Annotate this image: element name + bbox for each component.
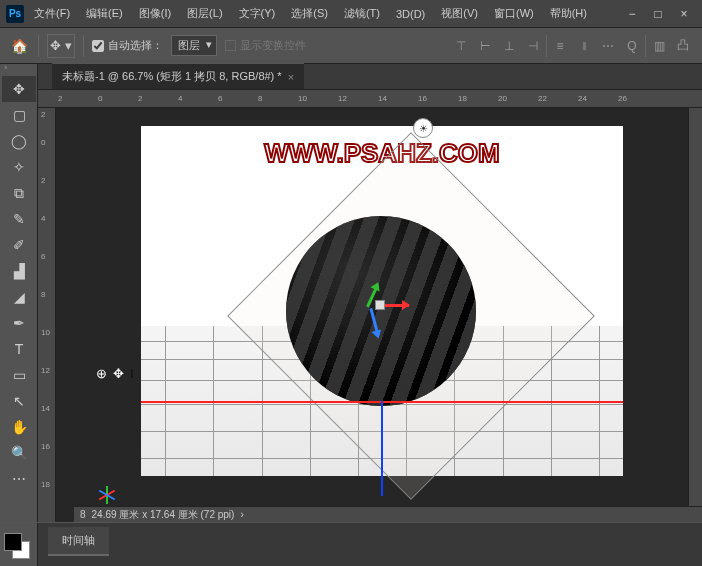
separator [546,35,547,57]
3d-sphere-object[interactable] [286,216,476,406]
document-tab-bar: 未标题-1 @ 66.7% (矩形 1 拷贝 8, RGB/8#) * × [38,64,702,90]
distribute-v-icon[interactable]: ⦀ [573,35,595,57]
distribute-h-icon[interactable]: ≡ [549,35,571,57]
align-vmid-icon[interactable]: ⊢ [474,35,496,57]
status-index: 8 [80,509,86,520]
horizontal-ruler[interactable]: 2 0 2 4 6 8 10 12 14 16 18 20 22 24 26 [38,90,702,108]
vertical-ruler[interactable]: 2 0 2 4 6 8 10 12 14 16 18 [38,108,56,522]
menu-edit[interactable]: 编辑(E) [80,4,129,23]
options-bar: 🏠 ✥ ▾ 自动选择： 图层 显示变换控件 ⊤ ⊢ ⊥ ⊣ ≡ ⦀ ⋯ Q ▥ … [0,28,702,64]
crop-tool[interactable]: ⧉ [2,180,36,206]
align-top-icon[interactable]: ⊤ [450,35,472,57]
brush-tool[interactable]: ✐ [2,232,36,258]
menu-layer[interactable]: 图层(L) [181,4,228,23]
pan-icon[interactable]: ✥ [113,366,124,381]
menu-window[interactable]: 窗口(W) [488,4,540,23]
auto-select-dropdown[interactable]: 图层 [171,35,217,56]
titlebar: Ps 文件(F) 编辑(E) 图像(I) 图层(L) 文字(Y) 选择(S) 滤… [0,0,702,28]
auto-select-checkbox[interactable]: 自动选择： [92,38,163,53]
menu-select[interactable]: 选择(S) [285,4,334,23]
menu-image[interactable]: 图像(I) [133,4,177,23]
window-controls: − □ × [620,4,696,24]
tab-close-icon[interactable]: × [288,71,294,83]
status-dimensions: 24.69 厘米 x 17.64 厘米 (72 ppi) [92,508,235,522]
gradient-tool[interactable]: ◢ [2,284,36,310]
canvas-wrap: 2 0 2 4 6 8 10 12 14 16 18 WWW.PSAHZ.COM [38,108,702,522]
vertical-scrollbar[interactable] [688,108,702,506]
3d-axis-z-line [381,401,383,496]
3d-mode-icon[interactable]: Q [621,35,643,57]
hand-tool[interactable]: ✋ [2,414,36,440]
move-tool-icon[interactable]: ✥ ▾ [47,34,75,58]
foreground-color-swatch[interactable] [4,533,22,551]
move-tool[interactable]: ✥ [2,76,36,102]
align-left-icon[interactable]: ⊣ [522,35,544,57]
document-area: 未标题-1 @ 66.7% (矩形 1 拷贝 8, RGB/8#) * × 2 … [38,64,702,522]
menu-help[interactable]: 帮助(H) [544,4,593,23]
orbit-icon[interactable]: ⊕ [96,366,107,381]
magic-wand-tool[interactable]: ✧ [2,154,36,180]
eyedropper-tool[interactable]: ✎ [2,206,36,232]
separator [38,35,39,57]
stamp-tool[interactable]: ▟ [2,258,36,284]
document-title: 未标题-1 @ 66.7% (矩形 1 拷贝 8, RGB/8#) * [62,69,282,84]
toolbox: ✥ ▢ ◯ ✧ ⧉ ✎ ✐ ▟ ◢ ✒ T ▭ ↖ ✋ 🔍 ⋯ [0,64,38,522]
canvas-viewport[interactable]: WWW.PSAHZ.COM ☀ [56,108,702,522]
panel-icon[interactable]: ▥ [648,35,670,57]
zoom-tool[interactable]: 🔍 [2,440,36,466]
path-tool[interactable]: ↖ [2,388,36,414]
separator [83,35,84,57]
lasso-tool[interactable]: ◯ [2,128,36,154]
color-swatch[interactable] [0,523,38,566]
edit-toolbar[interactable]: ⋯ [2,466,36,492]
type-tool[interactable]: T [2,336,36,362]
marquee-tool[interactable]: ▢ [2,102,36,128]
more-icon[interactable]: ⋯ [597,35,619,57]
show-transform-label: 显示变换控件 [240,38,306,53]
status-bar: 8 24.69 厘米 x 17.64 厘米 (72 ppi) › [74,506,702,522]
canvas[interactable]: WWW.PSAHZ.COM ☀ [141,126,623,476]
close-button[interactable]: × [672,4,696,24]
cursor-icon[interactable]: I [130,366,134,381]
auto-select-input[interactable] [92,40,104,52]
align-bottom-icon[interactable]: ⊥ [498,35,520,57]
home-button[interactable]: 🏠 [8,35,30,57]
auto-select-label: 自动选择： [108,38,163,53]
menu-3d[interactable]: 3D(D) [390,6,431,22]
share-icon[interactable]: 凸 [672,35,694,57]
menu-view[interactable]: 视图(V) [435,4,484,23]
bottom-panel: 时间轴 [0,522,702,566]
show-transform-checkbox[interactable]: 显示变换控件 [225,38,306,53]
app-logo: Ps [6,5,24,23]
checkbox-empty[interactable] [225,40,236,51]
workspace: ✥ ▢ ◯ ✧ ⧉ ✎ ✐ ▟ ◢ ✒ T ▭ ↖ ✋ 🔍 ⋯ 未标题-1 @ … [0,64,702,522]
3d-overlay-controls[interactable]: ⊕ ✥ I [96,366,134,381]
align-buttons: ⊤ ⊢ ⊥ ⊣ ≡ ⦀ ⋯ Q ▥ 凸 [450,35,694,57]
minimize-button[interactable]: − [620,4,644,24]
menu-file[interactable]: 文件(F) [28,4,76,23]
maximize-button[interactable]: □ [646,4,670,24]
shape-tool[interactable]: ▭ [2,362,36,388]
pen-tool[interactable]: ✒ [2,310,36,336]
3d-light-icon[interactable]: ☀ [413,118,433,138]
menu-filter[interactable]: 滤镜(T) [338,4,386,23]
timeline-tab[interactable]: 时间轴 [48,527,109,556]
document-tab[interactable]: 未标题-1 @ 66.7% (矩形 1 拷贝 8, RGB/8#) * × [52,63,304,89]
separator [645,35,646,57]
status-arrow-icon[interactable]: › [240,509,243,520]
menu-text[interactable]: 文字(Y) [233,4,282,23]
